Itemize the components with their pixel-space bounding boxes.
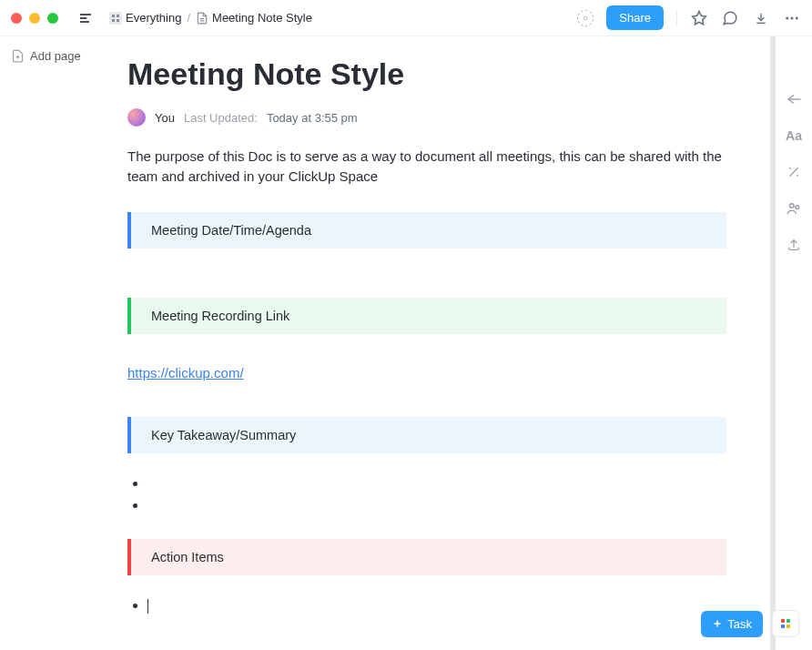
maximize-window-button[interactable] (47, 13, 58, 24)
svg-point-19 (790, 204, 795, 208)
left-sidebar: Add page (0, 36, 117, 650)
svg-marker-10 (693, 11, 706, 24)
svg-rect-6 (117, 19, 119, 22)
add-page-icon (11, 49, 25, 63)
svg-point-20 (796, 206, 799, 209)
callout-summary-text: Key Takeaway/Summary (131, 417, 726, 453)
actions-list[interactable] (127, 597, 726, 614)
svg-point-15 (796, 16, 798, 19)
apps-button[interactable] (772, 610, 799, 637)
callout-recording-link[interactable]: Meeting Recording Link (127, 298, 726, 334)
breadcrumb-root[interactable]: Everything (109, 11, 181, 25)
page-title[interactable]: Meeting Note Style (127, 56, 726, 92)
collaborators-button[interactable] (786, 200, 802, 217)
add-page-label: Add page (30, 49, 81, 63)
svg-point-14 (791, 16, 794, 19)
svg-rect-5 (112, 19, 115, 22)
apps-grid-icon (781, 619, 790, 628)
comment-icon (722, 10, 738, 26)
window-controls (11, 13, 58, 24)
ai-button[interactable] (786, 164, 802, 180)
floating-actions: Task (701, 610, 799, 637)
favorite-button[interactable] (690, 9, 708, 27)
callout-meeting-text: Meeting Date/Time/Agenda (131, 212, 726, 249)
author-avatar[interactable] (127, 108, 146, 127)
share-button[interactable]: Share (606, 5, 664, 30)
focus-badge[interactable] (577, 10, 594, 26)
minimize-window-button[interactable] (29, 13, 40, 24)
target-icon (581, 14, 590, 23)
share-button-label: Share (619, 11, 651, 25)
doc-content[interactable]: Meeting Note Style You Last Updated: Tod… (117, 36, 770, 650)
callout-summary[interactable]: Key Takeaway/Summary (127, 417, 726, 453)
plus-icon (712, 618, 723, 629)
summary-list[interactable] (127, 475, 726, 513)
upload-icon (787, 238, 801, 252)
breadcrumb-separator: / (187, 11, 190, 25)
intro-paragraph[interactable]: The purpose of this Doc is to serve as a… (127, 147, 726, 187)
export-button[interactable] (786, 237, 802, 253)
doc-icon (196, 12, 208, 25)
breadcrumb-root-label: Everything (126, 11, 181, 25)
everything-icon (109, 12, 122, 25)
list-item[interactable] (147, 475, 726, 492)
text-cursor (147, 599, 148, 614)
svg-point-13 (786, 16, 788, 19)
topbar-divider (676, 10, 677, 26)
callout-meeting-info[interactable]: Meeting Date/Time/Agenda (127, 212, 726, 249)
download-button[interactable] (752, 9, 770, 27)
list-item[interactable] (147, 497, 726, 513)
sidebar-toggle-button[interactable] (75, 7, 96, 29)
updated-label: Last Updated: (184, 111, 258, 125)
doc-scroll-area[interactable]: Meeting Note Style You Last Updated: Tod… (117, 36, 776, 650)
breadcrumb: Everything / Meeting Note Style (109, 11, 577, 25)
doc-meta: You Last Updated: Today at 3:55 pm (127, 108, 726, 127)
svg-rect-4 (117, 15, 119, 17)
more-horizontal-icon (784, 10, 800, 26)
callout-recording-text: Meeting Recording Link (131, 298, 726, 334)
updated-value: Today at 3:55 pm (267, 111, 358, 125)
breadcrumb-current[interactable]: Meeting Note Style (196, 11, 312, 25)
menu-icon (78, 11, 93, 25)
list-item[interactable] (147, 597, 726, 614)
comments-button[interactable] (721, 9, 739, 27)
collapse-button[interactable] (786, 91, 802, 107)
font-size-icon: Aa (786, 128, 802, 143)
topbar-actions: Share (577, 5, 801, 30)
topbar: Everything / Meeting Note Style Share (0, 0, 812, 36)
download-arrow-icon (754, 11, 768, 25)
body-row: Add page Meeting Note Style You Last Upd… (0, 36, 812, 650)
author-name[interactable]: You (155, 111, 175, 125)
svg-point-9 (584, 16, 587, 19)
close-window-button[interactable] (11, 13, 22, 24)
star-icon (691, 10, 707, 26)
magic-icon (787, 165, 801, 179)
add-page-button[interactable]: Add page (11, 44, 106, 68)
more-button[interactable] (783, 9, 801, 27)
collapse-icon (786, 93, 802, 106)
svg-rect-3 (112, 15, 115, 17)
people-icon (786, 200, 802, 217)
right-rail: Aa (776, 36, 812, 650)
typography-button[interactable]: Aa (786, 127, 802, 144)
breadcrumb-current-label: Meeting Note Style (212, 11, 312, 25)
callout-action-items[interactable]: Action Items (127, 539, 726, 575)
recording-link[interactable]: https://clickup.com/ (127, 365, 244, 381)
callout-actions-text: Action Items (131, 539, 726, 575)
new-task-label: Task (727, 617, 752, 631)
new-task-button[interactable]: Task (701, 611, 763, 637)
